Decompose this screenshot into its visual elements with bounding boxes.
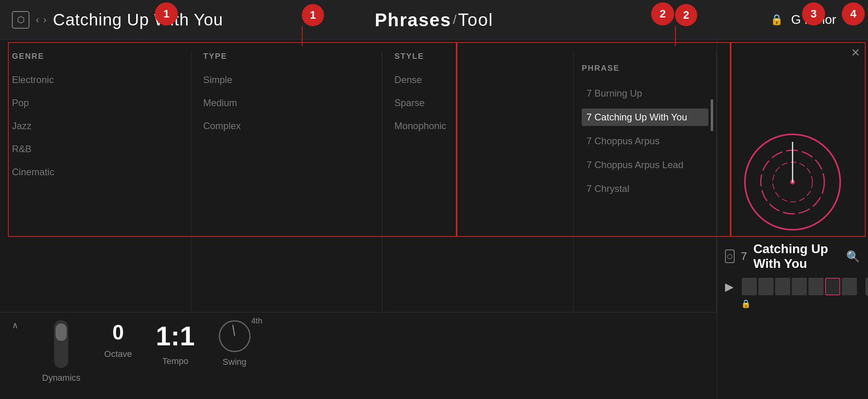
filter-panel: GENRE Electronic Pop Jazz R&B Cinematic … — [0, 40, 717, 399]
swing-control: 4th Swing — [219, 320, 251, 367]
swing-wrapper: 4th — [219, 320, 251, 352]
cube-icon[interactable]: ⬡ — [12, 11, 29, 29]
logo-tick: / — [453, 12, 457, 27]
octave-control: 0 Octave — [104, 320, 132, 359]
genre-jazz[interactable]: Jazz — [12, 119, 179, 133]
swing-needle — [232, 325, 235, 336]
lock-icon[interactable]: 🔒 — [770, 14, 783, 26]
phrase-scrollbar[interactable] — [711, 99, 713, 131]
nav-forward[interactable]: › — [43, 14, 47, 26]
playback-title-row: ⬡ 7 Catching Up With You 🔍 — [725, 242, 860, 271]
track-block-active[interactable] — [825, 278, 840, 295]
song-title: Catching Up With You — [53, 10, 223, 29]
style-sparse[interactable]: Sparse — [394, 96, 561, 110]
phrase-choppus-arpus-lead[interactable]: 7 Choppus Arpus Lead — [582, 156, 708, 174]
phrase-header: PHRASE — [582, 64, 708, 73]
genre-rnb[interactable]: R&B — [12, 142, 179, 156]
type-header: TYPE — [203, 52, 370, 61]
key-label[interactable]: G Minor — [791, 12, 836, 27]
lock-row: 🔒 — [725, 299, 860, 308]
search-icon[interactable]: 🔍 — [846, 250, 860, 263]
gear-icon[interactable]: ⚙ — [844, 12, 856, 28]
genre-column: GENRE Electronic Pop Jazz R&B Cinematic — [0, 52, 191, 312]
track-blocks — [742, 278, 857, 295]
octave-label: Octave — [104, 349, 132, 359]
phrase-catching-up[interactable]: 7 Catching Up With You — [582, 108, 708, 126]
dynamics-label: Dynamics — [42, 373, 81, 383]
track-block-5[interactable] — [808, 278, 824, 295]
filter-columns: GENRE Electronic Pop Jazz R&B Cinematic … — [0, 52, 717, 312]
playback-phrase-name: Catching Up With You — [753, 242, 840, 271]
tempo-value: 1:1 — [156, 320, 195, 351]
type-simple[interactable]: Simple — [203, 73, 370, 87]
play-button[interactable]: ▶ — [725, 280, 734, 293]
track-block-1[interactable] — [742, 278, 757, 295]
style-monophonic[interactable]: Monophonic — [394, 119, 561, 133]
main-content: GENRE Electronic Pop Jazz R&B Cinematic … — [0, 40, 868, 399]
knob-container[interactable] — [741, 130, 844, 234]
playback-section: ⬡ 7 Catching Up With You 🔍 ▶ Follow Latc… — [725, 242, 860, 308]
close-button[interactable]: ✕ — [851, 46, 860, 59]
style-header: STYLE — [394, 52, 561, 61]
header-center: Phrases / Tool — [375, 9, 494, 31]
track-block-6[interactable] — [842, 278, 857, 295]
genre-cinematic[interactable]: Cinematic — [12, 165, 179, 179]
phrase-choppus-arpus[interactable]: 7 Choppus Arpus — [582, 132, 708, 150]
type-medium[interactable]: Medium — [203, 96, 370, 110]
swing-label: Swing — [223, 357, 247, 367]
swing-4th-label: 4th — [251, 316, 262, 325]
dynamics-slider[interactable] — [54, 320, 68, 368]
octave-value: 0 — [112, 320, 124, 344]
genre-electronic[interactable]: Electronic — [12, 73, 179, 87]
genre-header: GENRE — [12, 52, 179, 61]
nav-arrows: ‹ › — [36, 14, 46, 26]
bottom-left-controls: ∧ Dynamics 0 Octave 1:1 Tempo 4th — [0, 312, 717, 387]
collapse-arrow[interactable]: ∧ — [12, 320, 18, 331]
genre-pop[interactable]: Pop — [12, 96, 179, 110]
phrase-burning-up[interactable]: 7 Burning Up — [582, 85, 708, 102]
playback-controls-row: ▶ Follow Latch — [725, 277, 860, 296]
type-column: TYPE Simple Medium Complex — [191, 52, 383, 312]
knob-svg — [741, 130, 844, 234]
follow-button[interactable]: Follow — [866, 277, 868, 296]
logo-phrases: Phrases — [375, 9, 451, 31]
header: ⬡ ‹ › Catching Up With You Phrases / Too… — [0, 0, 868, 40]
track-block-4[interactable] — [792, 278, 807, 295]
dynamics-thumb — [56, 323, 67, 341]
style-dense[interactable]: Dense — [394, 73, 561, 87]
style-column: STYLE Dense Sparse Monophonic — [382, 52, 574, 312]
phrase-column: PHRASE 7 Burning Up 7 Catching Up With Y… — [574, 52, 717, 312]
tempo-control: 1:1 Tempo — [156, 320, 195, 366]
playback-phrase-number: 7 — [741, 250, 747, 263]
tempo-label: Tempo — [162, 356, 188, 366]
dynamics-control: Dynamics — [42, 320, 81, 383]
logo-tool: Tool — [458, 10, 494, 30]
phrase-chrystal[interactable]: 7 Chrystal — [582, 180, 708, 198]
nav-back[interactable]: ‹ — [36, 14, 39, 26]
right-panel: ✕ ⬡ 7 Catching Up With You 🔍 — [717, 40, 868, 399]
header-right: 🔒 G Minor ⚙ — [770, 12, 856, 28]
lock-small-icon[interactable]: 🔒 — [741, 299, 751, 308]
small-cube-icon: ⬡ — [725, 250, 735, 263]
type-complex[interactable]: Complex — [203, 119, 370, 133]
track-block-3[interactable] — [775, 278, 790, 295]
track-block-2[interactable] — [758, 278, 773, 295]
swing-circle[interactable] — [219, 320, 251, 352]
